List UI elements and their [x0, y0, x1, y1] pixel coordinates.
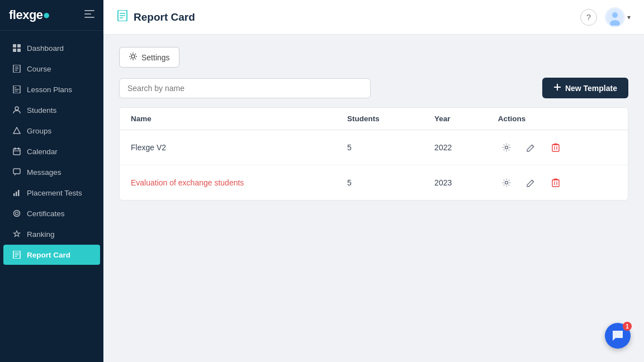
svg-rect-4	[17, 44, 21, 47]
svg-rect-6	[17, 49, 21, 52]
sidebar-item-label: Messages	[27, 168, 61, 177]
svg-point-41	[505, 146, 508, 149]
chat-badge: 1	[623, 322, 632, 331]
certificates-icon	[12, 209, 21, 218]
svg-rect-3	[13, 44, 16, 47]
row-settings-button[interactable]	[498, 139, 515, 156]
sidebar-item-placement-tests[interactable]: Placement Tests	[3, 183, 100, 203]
sidebar-collapse-button[interactable]	[84, 10, 94, 20]
settings-button-label: Settings	[141, 53, 170, 62]
svg-rect-46	[552, 180, 559, 187]
row-students-cell: 5	[336, 130, 423, 165]
svg-rect-0	[84, 10, 94, 11]
page-header-icon	[117, 10, 128, 24]
sidebar-item-messages[interactable]: Messages	[3, 162, 100, 182]
sidebar-item-lesson-plans[interactable]: Lesson Plans	[3, 79, 100, 99]
content-area: Settings New Template Name Students Year…	[103, 35, 644, 362]
chat-button[interactable]: 1	[605, 323, 631, 349]
row-year-cell: 2022	[423, 130, 487, 165]
svg-point-15	[15, 107, 18, 110]
avatar-chevron-icon: ▾	[627, 13, 631, 21]
sidebar-item-groups[interactable]: Groups	[3, 121, 100, 141]
plus-icon	[553, 83, 561, 93]
sidebar-item-label: Certificates	[27, 209, 65, 218]
svg-rect-24	[18, 190, 20, 196]
avatar	[605, 7, 625, 27]
search-input[interactable]	[119, 78, 371, 98]
report-card-icon	[12, 250, 21, 259]
svg-point-45	[505, 182, 508, 184]
lesson-plans-icon	[12, 85, 21, 94]
svg-point-36	[612, 12, 618, 18]
svg-rect-42	[552, 145, 559, 151]
sidebar-item-course[interactable]: Course	[3, 59, 100, 79]
new-template-label: New Template	[565, 84, 617, 93]
sidebar-item-label: Students	[27, 106, 56, 115]
svg-point-26	[16, 212, 18, 215]
placement-tests-icon	[12, 188, 21, 197]
app-logo: flexge●	[9, 8, 50, 22]
sidebar-item-label: Course	[27, 65, 51, 73]
svg-point-25	[14, 211, 20, 217]
svg-marker-16	[13, 127, 20, 134]
calendar-icon	[12, 147, 21, 156]
row-delete-button[interactable]	[547, 139, 564, 156]
row-students-cell: 5	[336, 165, 423, 201]
page-header: Report Card ? ▾	[103, 0, 644, 35]
col-year: Year	[423, 108, 487, 130]
svg-rect-23	[16, 192, 17, 196]
course-icon	[12, 64, 21, 73]
sidebar-item-label: Report Card	[27, 251, 70, 259]
table-row: Flexge V252022	[120, 130, 628, 165]
sidebar-item-certificates[interactable]: Certificates	[3, 203, 100, 223]
col-name: Name	[120, 108, 336, 130]
sidebar-item-label: Placement Tests	[27, 189, 82, 197]
sidebar-logo: flexge●	[0, 0, 103, 31]
settings-button[interactable]: Settings	[119, 47, 179, 68]
page-title: Report Card	[134, 11, 195, 23]
col-actions: Actions	[487, 108, 628, 130]
messages-icon	[12, 168, 21, 177]
row-name-link[interactable]: Evaluation of exchange students	[131, 178, 244, 187]
settings-gear-icon	[129, 52, 138, 63]
new-template-button[interactable]: New Template	[542, 78, 628, 98]
sidebar-item-label: Lesson Plans	[27, 85, 72, 94]
sidebar-item-dashboard[interactable]: Dashboard	[3, 38, 100, 58]
header-left: Report Card	[117, 10, 195, 24]
dashboard-icon	[12, 44, 21, 53]
row-year-cell: 2023	[423, 165, 487, 201]
sidebar: flexge● Dashboard Course	[0, 0, 103, 362]
sidebar-item-calendar[interactable]: Calendar	[3, 141, 100, 161]
row-settings-button[interactable]	[498, 174, 515, 191]
sidebar-item-ranking[interactable]: Ranking	[3, 224, 100, 244]
svg-rect-2	[84, 17, 94, 18]
sidebar-item-students[interactable]: Students	[3, 100, 100, 120]
row-name-cell[interactable]: Evaluation of exchange students	[120, 165, 336, 201]
table-header-row: Name Students Year Actions	[120, 108, 628, 130]
header-right: ? ▾	[580, 7, 631, 27]
table-row: Evaluation of exchange students52023	[120, 165, 628, 201]
col-students: Students	[336, 108, 423, 130]
report-card-table: Name Students Year Actions Flexge V25202…	[119, 107, 628, 201]
avatar-button[interactable]: ▾	[605, 7, 631, 27]
main-content: Report Card ? ▾ S	[103, 0, 644, 362]
row-name-cell: Flexge V2	[120, 130, 336, 165]
sidebar-item-report-card[interactable]: Report Card	[3, 245, 100, 265]
groups-icon	[12, 126, 21, 135]
toolbar: New Template	[119, 78, 628, 98]
sidebar-item-label: Calendar	[27, 147, 58, 156]
ranking-icon	[12, 230, 21, 239]
row-actions-cell	[487, 165, 628, 201]
svg-rect-17	[13, 149, 20, 155]
svg-rect-5	[13, 49, 16, 52]
row-edit-button[interactable]	[523, 174, 539, 191]
students-icon	[12, 106, 21, 115]
row-actions-cell	[487, 130, 628, 165]
svg-rect-1	[84, 13, 91, 15]
svg-rect-22	[13, 193, 15, 196]
row-delete-button[interactable]	[547, 174, 564, 191]
logo-dot: ●	[43, 8, 50, 22]
help-button[interactable]: ?	[580, 9, 597, 26]
row-edit-button[interactable]	[523, 139, 539, 156]
svg-point-38	[131, 55, 135, 58]
